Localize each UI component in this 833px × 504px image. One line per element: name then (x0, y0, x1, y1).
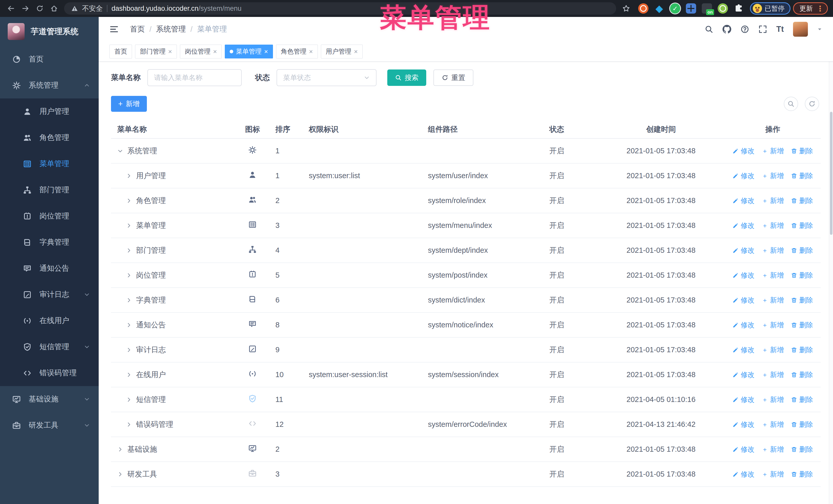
add-child-link[interactable]: ＋新增 (762, 146, 784, 155)
sidebar-item-devtool[interactable]: 研发工具 (0, 412, 99, 438)
edit-link[interactable]: 修改 (733, 196, 755, 205)
edit-link[interactable]: 修改 (733, 246, 755, 255)
expand-down-icon[interactable] (117, 148, 123, 154)
add-child-link[interactable]: ＋新增 (762, 320, 784, 330)
delete-link[interactable]: 删除 (791, 171, 813, 181)
edit-link[interactable]: 修改 (733, 171, 755, 181)
expand-right-icon[interactable] (126, 397, 132, 403)
edit-link[interactable]: 修改 (733, 146, 755, 155)
fullscreen-icon[interactable] (758, 25, 767, 33)
tab-menu[interactable]: 菜单管理× (225, 45, 273, 58)
address-bar[interactable]: 不安全 dashboard.yudao.iocoder.cn/system/me… (64, 2, 616, 15)
expand-right-icon[interactable] (126, 322, 132, 328)
sidebar-item-online[interactable]: 在线用户 (0, 308, 99, 334)
extension-puzzle-icon[interactable] (734, 3, 744, 14)
sidebar-item-sms[interactable]: 短信管理 (0, 334, 99, 360)
expand-right-icon[interactable] (126, 297, 132, 303)
expand-right-icon[interactable] (126, 422, 132, 428)
edit-link[interactable]: 修改 (733, 470, 755, 479)
close-icon[interactable]: × (168, 48, 172, 55)
close-icon[interactable]: × (213, 48, 217, 55)
sidebar-item-home[interactable]: 首页 (0, 46, 99, 72)
add-button[interactable]: + 新增 (111, 96, 147, 112)
browser-menu-icon[interactable]: ⋮ (816, 4, 824, 13)
edit-link[interactable]: 修改 (733, 221, 755, 230)
extension-green-check-icon[interactable]: ✓ (670, 3, 680, 14)
refresh-table-button[interactable] (805, 97, 819, 111)
expand-right-icon[interactable] (126, 247, 132, 254)
toggle-search-button[interactable] (784, 97, 798, 111)
delete-link[interactable]: 删除 (791, 221, 813, 230)
expand-right-icon[interactable] (126, 198, 132, 204)
help-icon[interactable] (740, 25, 749, 33)
delete-link[interactable]: 删除 (791, 420, 813, 429)
extension-blue-grid-icon[interactable] (686, 3, 696, 14)
close-icon[interactable]: × (264, 48, 268, 55)
collapse-sidebar-icon[interactable] (110, 25, 119, 34)
app-logo[interactable]: 芋道管理系统 (0, 17, 99, 46)
add-child-link[interactable]: ＋新增 (762, 470, 784, 479)
search-button[interactable]: 搜索 (387, 70, 426, 86)
delete-link[interactable]: 删除 (791, 146, 813, 155)
add-child-link[interactable]: ＋新增 (762, 171, 784, 181)
edit-link[interactable]: 修改 (733, 445, 755, 454)
delete-link[interactable]: 删除 (791, 445, 813, 454)
status-select[interactable]: 菜单状态 (277, 69, 377, 86)
breadcrumb-item[interactable]: 首页 (130, 24, 145, 34)
delete-link[interactable]: 删除 (791, 470, 813, 479)
delete-link[interactable]: 删除 (791, 345, 813, 355)
expand-right-icon[interactable] (126, 222, 132, 229)
add-child-link[interactable]: ＋新增 (762, 221, 784, 230)
add-child-link[interactable]: ＋新增 (762, 445, 784, 454)
expand-right-icon[interactable] (126, 372, 132, 378)
sidebar-item-menu[interactable]: 菜单管理 (0, 151, 99, 177)
edit-link[interactable]: 修改 (733, 320, 755, 330)
expand-right-icon[interactable] (126, 272, 132, 279)
edit-link[interactable]: 修改 (733, 420, 755, 429)
close-icon[interactable]: × (309, 48, 313, 55)
extension-on-badge-icon[interactable]: on (702, 3, 712, 14)
delete-link[interactable]: 删除 (791, 395, 813, 404)
browser-back-icon[interactable] (5, 3, 17, 14)
browser-home-icon[interactable] (48, 3, 60, 14)
sidebar-item-errcode[interactable]: 错误码管理 (0, 360, 99, 386)
expand-right-icon[interactable] (117, 471, 123, 477)
delete-link[interactable]: 删除 (791, 196, 813, 205)
tab-dept[interactable]: 部门管理× (135, 45, 177, 58)
sidebar-item-system[interactable]: 系统管理 (0, 72, 99, 98)
sidebar-item-log[interactable]: 审计日志 (0, 282, 99, 308)
tab-role[interactable]: 角色管理× (276, 45, 318, 58)
paused-extension-badge[interactable]: 已暂停 (750, 2, 790, 15)
edit-link[interactable]: 修改 (733, 295, 755, 305)
tab-post[interactable]: 岗位管理× (180, 45, 222, 58)
add-child-link[interactable]: ＋新增 (762, 246, 784, 255)
avatar[interactable] (793, 22, 808, 37)
close-icon[interactable]: × (354, 48, 358, 55)
expand-right-icon[interactable] (126, 173, 132, 179)
search-icon[interactable] (705, 25, 713, 33)
extension-blue-gem-icon[interactable]: ◆ (654, 3, 664, 14)
add-child-link[interactable]: ＋新增 (762, 295, 784, 305)
browser-forward-icon[interactable] (20, 3, 31, 14)
extension-green-dot-icon[interactable] (718, 3, 728, 14)
delete-link[interactable]: 删除 (791, 271, 813, 280)
page-scrollbar[interactable] (829, 17, 833, 504)
sidebar-item-notice[interactable]: 通知公告 (0, 255, 99, 282)
scrollbar-thumb[interactable] (830, 112, 832, 235)
breadcrumb-item[interactable]: 系统管理 (156, 24, 186, 34)
add-child-link[interactable]: ＋新增 (762, 370, 784, 379)
tab-user[interactable]: 用户管理× (321, 45, 363, 58)
add-child-link[interactable]: ＋新增 (762, 395, 784, 404)
tab-home[interactable]: 首页 (110, 45, 132, 58)
delete-link[interactable]: 删除 (791, 320, 813, 330)
browser-update-button[interactable]: 更新 ⋮ (793, 2, 828, 15)
add-child-link[interactable]: ＋新增 (762, 420, 784, 429)
edit-link[interactable]: 修改 (733, 370, 755, 379)
menu-name-input[interactable] (147, 69, 242, 86)
sidebar-item-user[interactable]: 用户管理 (0, 98, 99, 125)
delete-link[interactable]: 删除 (791, 295, 813, 305)
edit-link[interactable]: 修改 (733, 395, 755, 404)
github-icon[interactable] (722, 25, 731, 33)
add-child-link[interactable]: ＋新增 (762, 345, 784, 355)
extension-orange-icon[interactable] (638, 3, 648, 14)
